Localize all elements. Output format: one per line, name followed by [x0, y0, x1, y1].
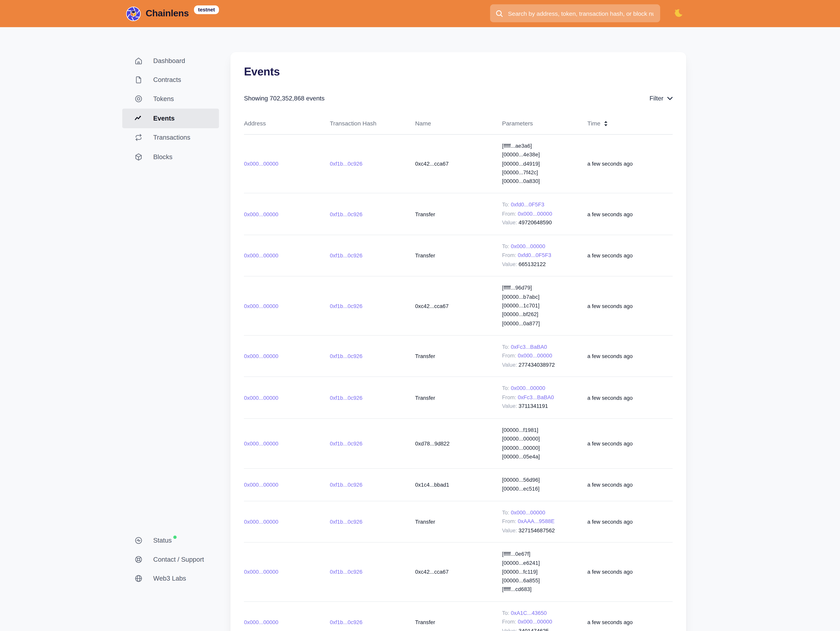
address-link[interactable]: 0x000...00000	[244, 619, 278, 625]
sidebar-item-contact-support[interactable]: Contact / Support	[122, 550, 219, 569]
address-link[interactable]: 0x000...00000	[244, 211, 278, 217]
column-header-parameters: Parameters	[502, 120, 587, 134]
tx-hash-link[interactable]: 0xf1b...0c926	[330, 569, 363, 575]
parameters-cell: To: 0x000...00000From: 0xFc3...BaBA0Valu…	[502, 377, 587, 418]
param-value-line: Value: 327154687562	[502, 526, 582, 535]
param-topic: [00000...0a877]	[502, 319, 582, 328]
to-address-link[interactable]: 0xfd0...0F5F3	[511, 202, 544, 208]
to-address-link[interactable]: 0x000...00000	[511, 243, 545, 249]
time-cell: a few seconds ago	[587, 276, 673, 335]
to-label: To:	[502, 509, 511, 515]
tx-hash-link[interactable]: 0xf1b...0c926	[330, 303, 363, 309]
sidebar-item-status[interactable]: Status	[122, 531, 219, 550]
table-row: 0x000...000000xf1b...0c926TransferTo: 0x…	[244, 377, 673, 418]
from-address-link[interactable]: 0xfd0...0F5F3	[518, 252, 551, 258]
from-address-link[interactable]: 0xAAA...9588E	[518, 518, 554, 524]
event-name: Transfer	[415, 253, 435, 259]
address-link[interactable]: 0x000...00000	[244, 161, 278, 167]
address-link[interactable]: 0x000...00000	[244, 440, 278, 446]
sidebar-item-label: Blocks	[153, 153, 172, 161]
sidebar-item-transactions[interactable]: Transactions	[122, 128, 219, 147]
sidebar-item-events[interactable]: Events	[122, 109, 219, 128]
parameters-cell: [fffff...0e67f][00000...e6241][00000...f…	[502, 543, 587, 601]
tx-hash-link[interactable]: 0xf1b...0c926	[330, 253, 363, 259]
from-address-link[interactable]: 0x000...00000	[518, 353, 552, 359]
tx-hash-link[interactable]: 0xf1b...0c926	[330, 395, 363, 401]
tx-hash-link[interactable]: 0xf1b...0c926	[330, 440, 363, 446]
event-name: Transfer	[415, 211, 435, 217]
sidebar-item-blocks[interactable]: Blocks	[122, 147, 219, 166]
filter-button[interactable]: Filter	[649, 95, 673, 102]
tx-hash-cell: 0xf1b...0c926	[330, 193, 415, 235]
sidebar-item-tokens[interactable]: Tokens	[122, 90, 219, 109]
param-value-line: Value: 49720648590	[502, 219, 582, 228]
status-online-dot	[174, 535, 176, 538]
sidebar-nav: DashboardContractsTokensEventsTransactio…	[122, 51, 219, 166]
address-link[interactable]: 0x000...00000	[244, 353, 278, 359]
address-link[interactable]: 0x000...00000	[244, 303, 278, 309]
address-link[interactable]: 0x000...00000	[244, 395, 278, 401]
sidebar-item-contracts[interactable]: Contracts	[122, 70, 219, 90]
param-value-line: Value: 665132122	[502, 260, 582, 269]
tx-hash-link[interactable]: 0xf1b...0c926	[330, 519, 363, 525]
event-name-cell: Transfer	[415, 193, 502, 235]
to-address-link[interactable]: 0xFc3...BaBA0	[511, 344, 547, 350]
event-name: Transfer	[415, 619, 435, 625]
event-name-cell: Transfer	[415, 501, 502, 543]
relative-time: a few seconds ago	[587, 353, 633, 359]
sidebar-item-dashboard[interactable]: Dashboard	[122, 51, 219, 70]
table-row: 0x000...000000xf1b...0c926TransferTo: 0x…	[244, 335, 673, 377]
value-amount: 3401474625	[518, 628, 549, 631]
time-cell: a few seconds ago	[587, 235, 673, 276]
events-card: Events Showing 702,352,868 events Filter	[230, 52, 686, 631]
address-cell: 0x000...00000	[244, 418, 330, 469]
param-to-line: To: 0xfd0...0F5F3	[502, 201, 582, 210]
parameters-cell: To: 0xfd0...0F5F3From: 0x000...00000Valu…	[502, 193, 587, 235]
to-address-link[interactable]: 0xA1C...43650	[511, 610, 547, 616]
param-topic: [00000...0a830]	[502, 177, 582, 186]
param-topic: [fffff...cd683]	[502, 585, 582, 594]
column-header-time[interactable]: Time	[587, 120, 673, 134]
sidebar-item-label: Transactions	[153, 134, 190, 141]
address-cell: 0x000...00000	[244, 276, 330, 335]
address-link[interactable]: 0x000...00000	[244, 569, 278, 575]
tx-hash-link[interactable]: 0xf1b...0c926	[330, 211, 363, 217]
address-link[interactable]: 0x000...00000	[244, 482, 278, 487]
sidebar-footer-nav: StatusContact / SupportWeb3 Labs	[122, 531, 219, 588]
tx-hash-link[interactable]: 0xf1b...0c926	[330, 353, 363, 359]
from-address-link[interactable]: 0x000...00000	[518, 211, 552, 217]
search-bar[interactable]	[490, 4, 660, 22]
search-input[interactable]	[507, 9, 655, 17]
param-from-line: From: 0xFc3...BaBA0	[502, 393, 582, 402]
sidebar-item-label: Contact / Support	[153, 556, 204, 563]
param-topic: [00000...d4919]	[502, 159, 582, 169]
brand[interactable]: Chainlens testnet	[126, 0, 219, 27]
table-row: 0x000...000000xf1b...0c9260xc42...cca67[…	[244, 276, 673, 335]
sort-icon[interactable]	[603, 120, 608, 126]
address-cell: 0x000...00000	[244, 193, 330, 235]
param-to-line: To: 0x000...00000	[502, 508, 582, 517]
value-label: Value:	[502, 362, 518, 368]
from-address-link[interactable]: 0xFc3...BaBA0	[518, 394, 554, 400]
from-address-link[interactable]: 0x000...00000	[518, 619, 552, 625]
relative-time: a few seconds ago	[587, 519, 633, 525]
to-address-link[interactable]: 0x000...00000	[511, 385, 545, 391]
column-header-transaction-hash: Transaction Hash	[330, 120, 415, 134]
tx-hash-link[interactable]: 0xf1b...0c926	[330, 161, 363, 167]
address-link[interactable]: 0x000...00000	[244, 519, 278, 525]
sidebar-item-web3-labs[interactable]: Web3 Labs	[122, 569, 219, 588]
tx-hash-link[interactable]: 0xf1b...0c926	[330, 482, 363, 487]
event-name-cell: 0xd78...9d822	[415, 418, 502, 469]
brand-name: Chainlens	[145, 8, 189, 19]
address-link[interactable]: 0x000...00000	[244, 253, 278, 259]
tx-hash-cell: 0xf1b...0c926	[330, 469, 415, 501]
event-name: 0xc42...cca67	[415, 303, 448, 309]
param-topic: [00000...7f42c]	[502, 169, 582, 177]
to-label: To:	[502, 610, 511, 616]
time-cell: a few seconds ago	[587, 543, 673, 601]
to-address-link[interactable]: 0x000...00000	[511, 509, 545, 515]
theme-toggle-moon-icon[interactable]	[673, 8, 684, 18]
relative-time: a few seconds ago	[587, 619, 633, 625]
tx-hash-link[interactable]: 0xf1b...0c926	[330, 619, 363, 625]
event-name-cell: Transfer	[415, 235, 502, 276]
